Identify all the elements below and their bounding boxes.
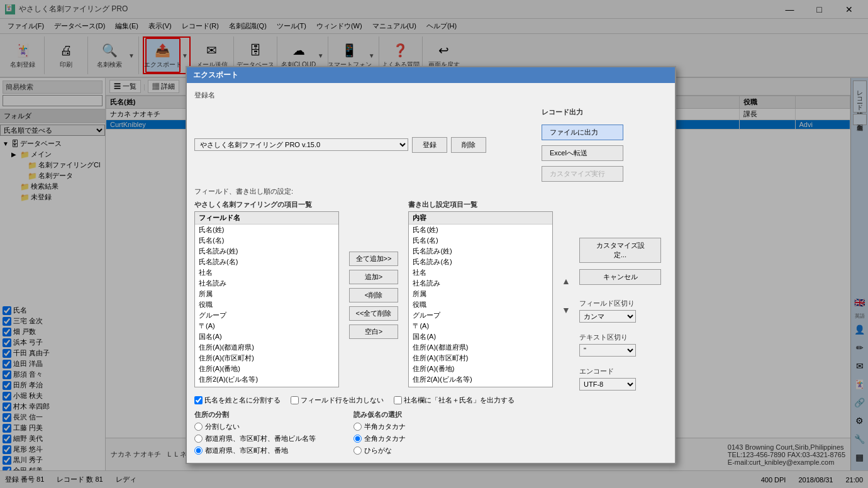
- split-name-checkbox[interactable]: 氏名を姓と名に分割する: [194, 396, 281, 405]
- dest-field-item[interactable]: 国名(A): [409, 331, 552, 342]
- dest-field-item[interactable]: 氏名読み(姓): [409, 246, 552, 257]
- remove-button[interactable]: <削除: [349, 288, 399, 302]
- field-item[interactable]: 氏名読み(姓): [195, 246, 338, 257]
- dest-field-item[interactable]: 氏名読み(名): [409, 257, 552, 267]
- reg-name-register-button[interactable]: 登録: [412, 137, 447, 153]
- radio-no-split-label: 分割しない: [205, 422, 240, 431]
- reading-label: 読み仮名の選択: [353, 410, 406, 419]
- dest-field-item[interactable]: 〒(A): [409, 321, 552, 331]
- no-field-row-checkbox[interactable]: フィールド行を出力しない: [291, 396, 384, 405]
- customize-settings-button[interactable]: カスタマイズ設定...: [579, 238, 661, 263]
- excel-transfer-button[interactable]: Excelへ転送: [542, 145, 623, 161]
- dest-list-label: 書き出し設定項目一覧: [408, 200, 553, 209]
- field-item[interactable]: グループ: [195, 310, 338, 321]
- right-controls: レコード出力 ファイルに出力 Excelへ転送 カスタマイズ実行: [542, 108, 667, 182]
- radio-hankaku-kata-input[interactable]: [353, 423, 362, 431]
- customize-settings-area: カスタマイズ設定...: [579, 238, 667, 263]
- address-split-group: 住所の分割 分割しない 都道府県、市区町村、番地ビル名等 都道府県、市区町村、番…: [194, 410, 316, 455]
- field-item[interactable]: 事業所(A): [195, 385, 338, 387]
- field-item[interactable]: 国名(A): [195, 331, 338, 342]
- company-plus-name-input[interactable]: [394, 396, 402, 404]
- field-settings-label: フィールド、書き出し順の設定:: [194, 187, 667, 196]
- source-list-label: やさしく名刺ファイリングの項目一覧: [194, 200, 339, 209]
- field-sep-select[interactable]: カンマ タブ スペース: [579, 310, 636, 323]
- text-sep-select[interactable]: " ' なし: [579, 344, 636, 357]
- radio-hiragana-input[interactable]: [353, 446, 362, 455]
- radio-hiragana-label: ひらがな: [364, 446, 392, 455]
- source-field-list[interactable]: フィールド名 氏名(姓) 氏名(名) 氏名読み(姓) 氏名読み(名) 社名 社名…: [194, 211, 339, 387]
- source-field-box: やさしく名刺ファイリングの項目一覧 フィールド名 氏名(姓) 氏名(名) 氏名読…: [194, 200, 339, 391]
- file-output-button[interactable]: ファイルに出力: [542, 125, 623, 140]
- add-button[interactable]: 追加>: [349, 270, 399, 284]
- radio-pref-city-label: 都道府県、市区町村、番地ビル名等: [205, 434, 316, 443]
- field-sep-label: フィールド区切り: [579, 299, 667, 308]
- field-item[interactable]: 住所2(A)(ビル名等): [195, 374, 338, 385]
- add-all-button[interactable]: 全て追加>>: [349, 252, 399, 266]
- dest-field-item[interactable]: 社名読み: [409, 278, 552, 289]
- options-row: 氏名を姓と名に分割する フィールド行を出力しない 社名欄に「社名＋氏名」を出力す…: [194, 396, 667, 405]
- reg-name-delete-button[interactable]: 削除: [451, 137, 486, 153]
- dest-field-item[interactable]: 氏名(名): [409, 235, 552, 246]
- no-field-row-label: フィールド行を出力しない: [301, 396, 384, 405]
- split-name-label: 氏名を姓と名に分割する: [204, 396, 281, 405]
- radio-hiragana[interactable]: ひらがな: [353, 446, 406, 455]
- dest-field-item[interactable]: 住所(A)(都道府県): [409, 342, 552, 353]
- radio-no-split-input[interactable]: [194, 423, 203, 431]
- radio-no-split[interactable]: 分割しない: [194, 422, 316, 431]
- field-item[interactable]: 住所(A)(番地): [195, 363, 338, 374]
- dest-field-item[interactable]: 氏名(姓): [409, 225, 552, 235]
- dest-field-item[interactable]: 住所(A)(市区町村): [409, 353, 552, 363]
- blank-button[interactable]: 空白>: [349, 324, 399, 339]
- scroll-down-arrow[interactable]: ▼: [562, 305, 570, 315]
- split-name-input[interactable]: [194, 396, 203, 404]
- cancel-button[interactable]: キャンセル: [579, 269, 661, 285]
- split-section: 住所の分割 分割しない 都道府県、市区町村、番地ビル名等 都道府県、市区町村、番…: [194, 410, 667, 455]
- field-item[interactable]: 社名: [195, 267, 338, 278]
- field-item[interactable]: 役職: [195, 299, 338, 310]
- text-sep-label: テキスト区切り: [579, 333, 667, 342]
- field-item[interactable]: 住所(A)(市区町村): [195, 353, 338, 363]
- field-item[interactable]: 氏名読み(名): [195, 257, 338, 267]
- dest-field-item[interactable]: 役職: [409, 299, 552, 310]
- reg-name-label: 登録名: [194, 91, 215, 100]
- radio-pref-city-no-bld[interactable]: 都道府県、市区町村、番地: [194, 446, 316, 455]
- radio-pref-city-no-bld-input[interactable]: [194, 446, 203, 455]
- radio-zenkaku-kata-label: 全角カタカナ: [364, 434, 406, 443]
- dest-field-item[interactable]: グループ: [409, 310, 552, 321]
- scroll-up-arrow[interactable]: ▲: [562, 276, 570, 286]
- export-dialog: エクスポート 登録名 やさしく名刺ファイリング PRO v.15.0 登録 削除…: [186, 66, 676, 464]
- field-item[interactable]: 社名読み: [195, 278, 338, 289]
- customize-run-button[interactable]: カスタマイズ実行: [542, 166, 623, 182]
- radio-pref-city-input[interactable]: [194, 435, 203, 443]
- dest-field-item[interactable]: 住所(A)(番地): [409, 363, 552, 374]
- radio-zenkaku-kata-input[interactable]: [353, 435, 362, 443]
- right-side-settings: カスタマイズ設定... キャンセル フィールド区切り カンマ タブ スペース テ…: [579, 200, 667, 391]
- dialog-body: 登録名 やさしく名刺ファイリング PRO v.15.0 登録 削除 レコード出力…: [187, 83, 675, 463]
- field-list-area: やさしく名刺ファイリングの項目一覧 フィールド名 氏名(姓) 氏名(名) 氏名読…: [194, 200, 667, 391]
- radio-hankaku-kata[interactable]: 半角カタカナ: [353, 422, 406, 431]
- dest-field-list[interactable]: 内容 氏名(姓) 氏名(名) 氏名読み(姓) 氏名読み(名) 社名 社名読み 所…: [408, 211, 553, 387]
- company-plus-name-label: 社名欄に「社名＋氏名」を出力する: [404, 396, 515, 405]
- dest-field-item[interactable]: 住所2(A)(ビル名等): [409, 374, 552, 385]
- company-plus-name-checkbox[interactable]: 社名欄に「社名＋氏名」を出力する: [394, 396, 515, 405]
- remove-all-button[interactable]: <<全て削除: [349, 306, 399, 321]
- radio-pref-city[interactable]: 都道府県、市区町村、番地ビル名等: [194, 434, 316, 443]
- no-field-row-input[interactable]: [291, 396, 299, 404]
- encode-select[interactable]: UTF-8 Shift-JIS EUC-JP: [579, 378, 636, 391]
- radio-zenkaku-kata[interactable]: 全角カタカナ: [353, 434, 406, 443]
- dest-header: 内容: [409, 212, 552, 225]
- field-transfer-buttons: 全て追加>> 追加> <削除 <<全て削除 空白>: [347, 200, 401, 391]
- dest-field-item[interactable]: 所属: [409, 289, 552, 299]
- field-item[interactable]: 氏名(名): [195, 235, 338, 246]
- field-item[interactable]: 所属: [195, 289, 338, 299]
- radio-hankaku-kata-label: 半角カタカナ: [364, 422, 406, 431]
- dest-field-item[interactable]: 事業所(A): [409, 385, 552, 387]
- field-item[interactable]: 氏名(姓): [195, 225, 338, 235]
- source-header: フィールド名: [195, 212, 338, 225]
- field-item[interactable]: 〒(A): [195, 321, 338, 331]
- dest-field-item[interactable]: 社名: [409, 267, 552, 278]
- field-sep-area: フィールド区切り カンマ タブ スペース: [579, 299, 667, 323]
- reg-name-select[interactable]: やさしく名刺ファイリング PRO v.15.0: [194, 138, 408, 151]
- field-item[interactable]: 住所(A)(都道府県): [195, 342, 338, 353]
- dialog-title-text: エクスポート: [193, 70, 238, 80]
